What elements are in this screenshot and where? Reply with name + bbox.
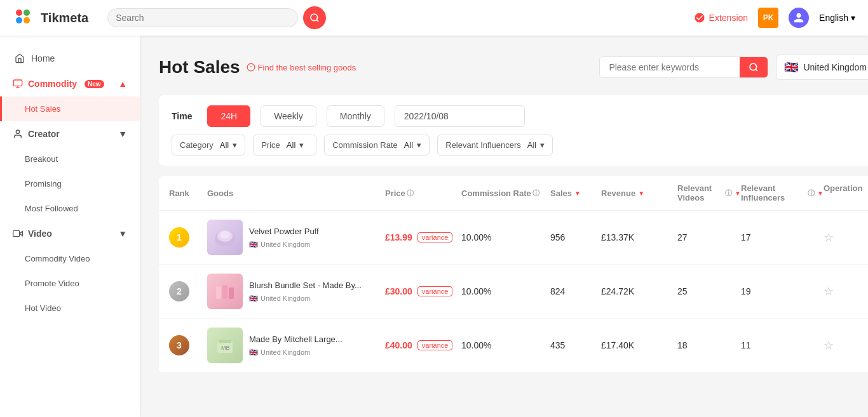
table-row: 3 MB Made By Mitchell Large... 🇬🇧 [159,319,868,373]
keyword-input[interactable] [600,57,740,77]
operation-cell-2: ☆ [824,284,868,298]
page-title: Hot Sales Find the best selling goods [159,57,356,77]
price-value-3: £40.00 [385,340,412,350]
search-input[interactable] [116,13,290,23]
search-box [107,8,298,27]
sidebar: Home Commodity New ▲ Hot Sales Creator ▼… [0,36,140,417]
category-value: All [220,140,229,150]
extension-button[interactable]: Extension [694,12,748,23]
influencers-val-3: 11 [741,340,751,350]
videos-val-3: 18 [677,340,688,350]
influencers-value: All [527,140,536,150]
flag-icon-3: 🇬🇧 [249,348,258,357]
chevron-up-icon: ▲ [118,79,127,89]
most-followed-label: Most Followed [25,204,78,213]
price-value: All [287,140,295,150]
product-name-1: Velvet Powder Puff [249,226,319,237]
sales-cell-2: 824 [550,286,601,296]
price-filter[interactable]: Price All ▾ [253,135,316,156]
page-header: Hot Sales Find the best selling goods 🇬🇧… [159,55,868,80]
hot-sales-label: Hot Sales [25,104,60,114]
layout: Home Commodity New ▲ Hot Sales Creator ▼… [0,36,868,417]
svg-rect-23 [229,288,234,299]
keyword-search-button[interactable] [740,57,768,77]
revenue-sort-icon[interactable]: ▼ [638,190,644,197]
col-relevant-videos: Relevant Videos ⓘ ▼ [677,183,741,202]
table-header: Rank Goods Price ⓘ Commission Rate ⓘ Sal… [159,176,868,211]
sidebar-item-promising[interactable]: Promising [0,171,140,196]
product-info-3: Made By Mitchell Large... 🇬🇧 United King… [249,334,342,356]
category-filter[interactable]: Category All ▾ [172,135,245,156]
svg-point-3 [16,17,22,23]
col-operation: Operation [824,183,868,202]
home-icon [15,53,25,63]
sidebar-item-commodity-video[interactable]: Commodity Video [0,246,140,271]
svg-rect-22 [222,285,227,299]
commission-val-2: 10.00% [461,286,491,296]
user-avatar[interactable] [789,8,809,28]
time-btn-24h[interactable]: 24H [207,105,250,127]
sales-sort-icon[interactable]: ▼ [574,190,581,197]
revenue-cell-2: £24.72K [601,286,677,296]
time-label: Time [172,111,192,121]
country-select[interactable]: 🇬🇧 United Kingdom ▾ [776,55,868,80]
videos-sort-icon[interactable]: ▼ [735,190,741,197]
language-button[interactable]: English ▾ [819,13,855,23]
chevron-down-icon-creator: ▼ [118,129,127,139]
revenue-cell-1: £13.37K [601,232,677,242]
sidebar-section-commodity[interactable]: Commodity New ▲ [0,71,140,96]
product-image-3: MB [207,328,243,363]
product-country-2: 🇬🇧 United Kingdom [249,295,362,303]
influencers-sort-icon[interactable]: ▼ [817,190,824,197]
sidebar-item-home[interactable]: Home [0,46,140,71]
product-country-3: 🇬🇧 United Kingdom [249,348,342,357]
svg-rect-0 [13,6,36,29]
influencers-cell-1: 17 [741,232,824,242]
sales-cell-1: 956 [550,232,601,242]
star-button-3[interactable]: ☆ [824,338,834,352]
commodity-video-label: Commodity Video [25,254,90,263]
videos-cell-1: 27 [677,232,741,242]
variance-badge-1: variance [417,232,453,242]
table-row: 1 Velvet Powder Puff 🇬🇧 [159,211,868,265]
product-cell-1: Velvet Powder Puff 🇬🇧 United Kingdom [207,220,385,255]
search-button[interactable] [303,6,326,29]
influencers-filter[interactable]: Relevant Influencers All ▾ [437,135,553,156]
svg-line-6 [316,20,318,22]
sidebar-item-promote-video[interactable]: Promote Video [0,271,140,296]
price-cell-2: £30.00 variance [385,286,461,296]
star-button-2[interactable]: ☆ [824,284,834,298]
commission-filter[interactable]: Commission Rate All ▾ [324,135,430,156]
time-btn-monthly[interactable]: Monthly [327,105,384,127]
product-thumbnail-2 [212,279,238,304]
influencers-info-icon[interactable]: ⓘ [808,189,815,198]
influencers-label: Relevant Influencers [445,140,521,150]
table: Rank Goods Price ⓘ Commission Rate ⓘ Sal… [159,176,868,373]
revenue-val-3: £17.40K [601,340,634,350]
influencers-cell-3: 11 [741,340,824,350]
commission-info-icon[interactable]: ⓘ [532,189,539,198]
main-content: Hot Sales Find the best selling goods 🇬🇧… [140,36,868,417]
sidebar-item-most-followed[interactable]: Most Followed [0,196,140,221]
videos-info-icon[interactable]: ⓘ [725,189,732,198]
sidebar-item-hot-video[interactable]: Hot Video [0,296,140,321]
col-rank: Rank [169,183,207,202]
chevron-down-icon: ▾ [851,13,855,23]
product-thumbnail-1 [212,225,238,250]
price-info-icon[interactable]: ⓘ [407,189,414,198]
sidebar-creator-label: Creator [28,129,60,139]
svg-marker-11 [20,232,23,236]
chevron-down-icon-video: ▼ [118,228,127,239]
logo[interactable]: Tikmeta [13,6,88,29]
sidebar-section-video[interactable]: Video ▼ [0,221,140,246]
date-input[interactable] [395,105,525,127]
videos-cell-3: 18 [677,340,741,350]
col-relevant-influencers: Relevant Influencers ⓘ ▼ [741,183,824,202]
variance-badge-3: variance [417,340,453,350]
time-btn-weekly[interactable]: Weekly [261,105,316,127]
star-button-1[interactable]: ☆ [824,230,834,244]
video-icon [13,228,23,239]
sidebar-item-hot-sales[interactable]: Hot Sales [0,96,140,121]
sidebar-item-breakout[interactable]: Breakout [0,147,140,171]
sidebar-section-creator[interactable]: Creator ▼ [0,121,140,147]
